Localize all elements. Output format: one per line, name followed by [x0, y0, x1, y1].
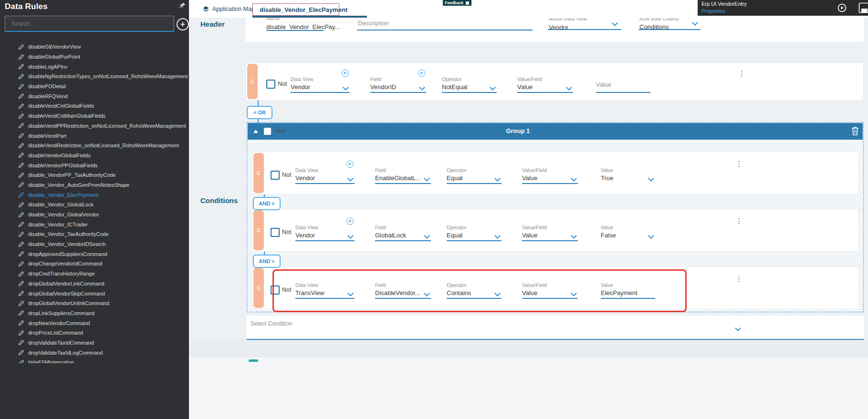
pencil-icon	[18, 103, 24, 109]
pin-icon[interactable]	[178, 2, 186, 10]
rule-list-item[interactable]: disable_Vendor_VendorIDSearch	[0, 239, 189, 249]
rule-item-label: disableVendCntGlobalFields	[28, 103, 94, 109]
rule-list-item[interactable]: disableVendorPPGlobalFields	[0, 160, 189, 170]
pencil-icon	[18, 320, 24, 326]
field-dropdown[interactable]: Field VendorID P	[370, 76, 426, 91]
row-menu-kebab-icon[interactable]: ⋮	[735, 163, 738, 165]
rule-list-item[interactable]: dropGlobalVendorUnlinkCommand	[0, 298, 189, 308]
name-field-value: disable_Vendor_ElecPay...	[266, 23, 340, 31]
operator-dropdown[interactable]: Operator Equal	[447, 167, 502, 182]
value-dropdown[interactable]: Value True	[601, 167, 655, 182]
field-dropdown[interactable]: Field EnableGlobalL...	[375, 167, 431, 182]
group-not-checkbox[interactable]	[264, 128, 271, 135]
operator-dropdown[interactable]: Operator NotEqual	[442, 76, 497, 91]
add-rule-button[interactable]: +	[177, 18, 189, 31]
operator-dropdown[interactable]: Operator Equal	[447, 225, 502, 239]
rule-list-item[interactable]: disableGlbVendorView	[0, 42, 189, 52]
rule-list-item[interactable]: disable_Vendor_GlobalLock	[0, 200, 189, 210]
data-rules-sidebar: Data Rules + disableGlbVendorView disabl…	[0, 0, 189, 419]
preview-play-icon[interactable]	[837, 3, 847, 12]
condition-chip[interactable]: C	[253, 153, 264, 193]
trash-icon[interactable]	[851, 126, 859, 136]
rule-list-item[interactable]: dropGlobalVendorLinkCommand	[0, 279, 189, 289]
data-view-dropdown[interactable]: Data View Vendor P	[295, 167, 355, 182]
action-data-view-underline	[548, 29, 621, 30]
value-input[interactable]: Value	[596, 76, 650, 88]
value-dropdown[interactable]: Value False	[601, 225, 655, 239]
condition-chip[interactable]: C	[247, 64, 258, 99]
not-checkbox[interactable]	[271, 171, 280, 180]
rule-list-item[interactable]: dropGlobalVendorSkipCommand	[0, 288, 189, 298]
value-field-dropdown[interactable]: Value/Field Value	[522, 167, 578, 182]
pencil-icon	[18, 251, 24, 257]
rule-list-item[interactable]: disableVendorGlobalFields	[0, 151, 189, 161]
chevron-down-icon[interactable]	[735, 325, 741, 331]
properties-link[interactable]: Properties	[701, 8, 725, 14]
rule-item-label: dropChangeVendorIdCommand	[28, 261, 102, 266]
group-header-bar[interactable]: Not Group 1	[248, 123, 863, 140]
rule-list-item[interactable]: disable_VendorPP_TaxAuthorityCode	[0, 170, 189, 180]
save-layer-icon[interactable]	[858, 2, 868, 13]
rule-list-item[interactable]: disableLogAPInv	[0, 61, 189, 72]
pencil-icon	[18, 152, 24, 158]
and-button[interactable]: AND >	[253, 255, 281, 268]
rule-item-label: disableRFQVend	[28, 93, 68, 99]
value-field-dropdown[interactable]: Value/Field Value	[517, 76, 573, 91]
rule-list-item[interactable]: disableRFQVend	[0, 91, 189, 101]
data-view-dropdown[interactable]: Data View Vendor P	[295, 225, 355, 239]
parameter-icon[interactable]: P	[346, 218, 354, 225]
rule-list-item[interactable]: disableGlobalPurPoint	[0, 52, 189, 62]
parameter-icon[interactable]: P	[418, 70, 425, 77]
value-field-dropdown[interactable]: Value/Field Value	[522, 225, 578, 239]
rule-item-label: dropValidateTaxIdCommand	[28, 340, 94, 346]
row-menu-kebab-icon[interactable]: ⋮	[738, 72, 741, 74]
collapse-triangle-icon[interactable]	[253, 130, 258, 133]
search-input[interactable]	[5, 16, 174, 31]
rule-list-item[interactable]: dropApprovedSuppliersCommand	[0, 249, 189, 259]
condition-row-3: C Not Data View Vendor P Field GlobalLoc…	[252, 209, 859, 252]
rule-list-item[interactable]: disableNgRestrictionTypes_onNotLicensed_…	[0, 72, 189, 82]
rule-list-item[interactable]: dropValidateTaxIdCommand	[0, 338, 189, 348]
parameter-icon[interactable]: P	[342, 70, 349, 77]
not-checkbox[interactable]	[266, 80, 275, 89]
rule-list-item[interactable]: disable_Vendor_ElecPayment	[0, 190, 189, 200]
tab-application-map[interactable]: Application Map	[202, 5, 255, 12]
rule-list-item[interactable]: disable_Vendor_TaxAuthorityCode	[0, 229, 189, 239]
select-condition-dropdown[interactable]: Select Condition	[247, 316, 864, 340]
pencil-icon	[18, 290, 24, 296]
and-button[interactable]: AND >	[253, 197, 281, 210]
rule-list-item[interactable]: dropValidateTaxIdLogCommand	[0, 347, 189, 358]
not-checkbox[interactable]	[271, 228, 280, 237]
rule-list-item[interactable]: disable_Vendor_ICTrader	[0, 219, 189, 229]
feedback-badge[interactable]: Feedback	[443, 0, 471, 6]
rule-list-item[interactable]: dropChangeVendorIdCommand	[0, 259, 189, 269]
rule-list-item[interactable]: disable_Vendor_AutoGenPromNotesShape	[0, 180, 189, 190]
rule-list-item[interactable]: disableVendRestriction_onNotLicensed_Roh…	[0, 141, 189, 151]
rule-list-item[interactable]: hideFSMIntegration	[0, 358, 189, 363]
rule-list-item[interactable]: disable_Vendor_GlobalVendor	[0, 210, 189, 220]
rule-item-label: dropValidateTaxIdLogCommand	[28, 350, 103, 356]
data-view-dropdown[interactable]: Data View Vendor P	[291, 76, 350, 91]
condition-chip[interactable]: C	[253, 268, 264, 308]
condition-chip[interactable]: C	[253, 210, 264, 250]
row-menu-kebab-icon[interactable]: ⋮	[735, 277, 738, 280]
rule-list-item[interactable]: disablePODetail	[0, 82, 189, 92]
pencil-icon	[18, 359, 24, 363]
rule-list-item[interactable]: dropPriceListCommand	[0, 328, 189, 338]
description-field[interactable]: Description	[358, 20, 389, 27]
rule-item-label: disable_VendorPP_TaxAuthorityCode	[28, 172, 115, 178]
parameter-icon[interactable]: P	[346, 161, 354, 168]
rule-list-item[interactable]: dropNewVendorCommand	[0, 318, 189, 328]
rule-list-item[interactable]: disableVendPart	[0, 131, 189, 141]
or-button[interactable]: < OR	[247, 106, 272, 119]
rule-list-item[interactable]: disableVendPPRestriction_onNotLicensed_R…	[0, 121, 189, 131]
rule-list-item[interactable]: disableVendCntGlobalFields	[0, 101, 189, 111]
rule-item-label: dropPriceListCommand	[28, 330, 83, 336]
rule-list-item[interactable]: disableVendCntMainGlobalFields	[0, 111, 189, 121]
tab-active-rule[interactable]: disable_Vendor_ElecPayment	[252, 3, 339, 16]
rule-item-label: dropLinkSuppliersCommand	[28, 310, 94, 316]
row-menu-kebab-icon[interactable]: ⋮	[735, 220, 738, 222]
rule-list-item[interactable]: dropCmdTransHistoryRange	[0, 269, 189, 279]
rule-list-item[interactable]: dropLinkSuppliersCommand	[0, 308, 189, 318]
field-dropdown[interactable]: Field GlobalLock	[375, 225, 431, 239]
